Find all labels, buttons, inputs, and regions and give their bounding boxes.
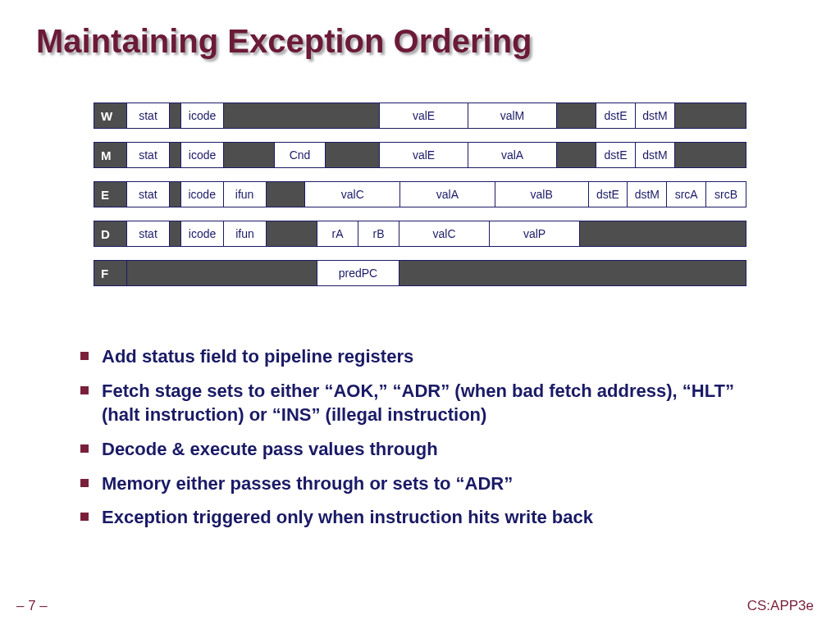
stage-label-d: D <box>94 221 127 246</box>
bullet-text: Add status field to pipeline registers <box>102 344 413 369</box>
cell: icode <box>181 103 224 128</box>
gap <box>267 221 317 246</box>
gap <box>224 143 275 167</box>
bullet-item: Exception triggered only when instructio… <box>80 505 769 530</box>
cell: srcB <box>706 182 746 207</box>
page-title: Maintaining Exception Ordering <box>36 23 532 60</box>
bullet-text: Fetch stage sets to either “AOK,” “ADR” … <box>102 379 769 427</box>
cell: stat <box>127 103 170 128</box>
gap <box>399 261 746 285</box>
cell: stat <box>127 221 170 246</box>
cell: rB <box>358 221 399 246</box>
gap <box>557 103 596 128</box>
cell: valE <box>380 143 468 167</box>
gap <box>675 103 746 128</box>
row-d: D stat icode ifun rA rB valC valP <box>94 221 746 247</box>
cell: Cnd <box>275 143 326 167</box>
bullet-text: Memory either passes through or sets to … <box>102 472 513 496</box>
cell: valC <box>399 221 490 246</box>
cell: valM <box>468 103 557 128</box>
gap <box>170 182 181 207</box>
cell: icode <box>181 143 224 167</box>
row-f: F predPC <box>94 260 746 286</box>
gap <box>326 143 380 167</box>
bullet-list: Add status field to pipeline registers F… <box>80 344 769 540</box>
gap <box>170 221 181 246</box>
row-e: E stat icode ifun valC valA valB dstE ds… <box>94 181 746 207</box>
cell: srcA <box>667 182 706 207</box>
footer-source: CS:APP3e <box>747 598 814 614</box>
cell: ifun <box>224 221 267 246</box>
row-w: W stat icode valE valM dstE dstM <box>94 103 746 129</box>
cell: dstM <box>636 143 675 167</box>
bullet-item: Memory either passes through or sets to … <box>80 472 769 496</box>
row-m: M stat icode Cnd valE valA dstE dstM <box>94 142 746 168</box>
bullet-item: Add status field to pipeline registers <box>80 344 769 369</box>
cell: valC <box>305 182 400 207</box>
bullet-item: Fetch stage sets to either “AOK,” “ADR” … <box>80 379 769 427</box>
stage-label-f: F <box>94 261 127 285</box>
cell: valE <box>380 103 468 128</box>
cell: valA <box>400 182 495 207</box>
gap <box>127 261 317 285</box>
bullet-text: Exception triggered only when instructio… <box>102 505 593 530</box>
cell: rA <box>317 221 358 246</box>
bullet-icon <box>80 352 89 360</box>
pipeline-diagram: W stat icode valE valM dstE dstM M stat … <box>94 103 746 286</box>
cell: valB <box>495 182 589 207</box>
cell: icode <box>181 221 224 246</box>
stage-label-m: M <box>94 143 127 167</box>
cell: ifun <box>224 182 267 207</box>
cell: valP <box>490 221 580 246</box>
gap <box>224 103 380 128</box>
cell: stat <box>127 143 170 167</box>
bullet-item: Decode & execute pass values through <box>80 437 769 462</box>
bullet-text: Decode & execute pass values through <box>102 437 438 462</box>
cell: valA <box>468 143 557 167</box>
page-number: – 7 – <box>16 598 48 614</box>
gap <box>675 143 746 167</box>
gap <box>267 182 306 207</box>
bullet-icon <box>80 479 89 487</box>
stage-label-e: E <box>94 182 127 207</box>
cell: icode <box>181 182 224 207</box>
cell: dstE <box>596 143 636 167</box>
gap <box>170 103 181 128</box>
cell: dstM <box>636 103 675 128</box>
bullet-icon <box>80 444 89 453</box>
gap <box>557 143 596 167</box>
gap <box>580 221 746 246</box>
bullet-icon <box>80 513 89 521</box>
bullet-icon <box>80 386 89 394</box>
cell: predPC <box>317 261 399 285</box>
gap <box>170 143 181 167</box>
cell: dstM <box>628 182 667 207</box>
cell: stat <box>127 182 170 207</box>
cell: dstE <box>589 182 628 207</box>
cell: dstE <box>596 103 636 128</box>
stage-label-w: W <box>94 103 127 128</box>
